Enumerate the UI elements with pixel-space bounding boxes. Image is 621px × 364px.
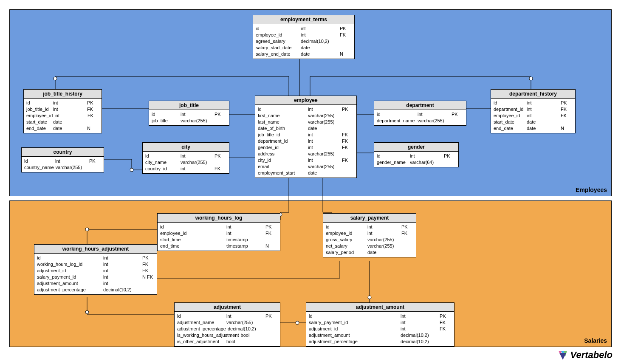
table-gender[interactable]: gender idintPKgender_namevarchar(64): [374, 142, 459, 167]
column-key: [341, 119, 354, 125]
column-name: agreed_salary: [256, 38, 299, 45]
column-type: int: [51, 106, 86, 113]
table-working-hours-log[interactable]: working_hours_log idintPKemployee_idintF…: [157, 213, 280, 251]
column-row: country_idintFK: [145, 166, 226, 172]
column-name: gender_id: [258, 144, 306, 151]
column-name: start_date: [26, 119, 51, 125]
column-name: department_name: [377, 118, 416, 124]
table-adjustment[interactable]: adjustment idintPKadjustment_namevarchar…: [174, 302, 280, 347]
column-type: int: [102, 268, 141, 274]
column-row: idintPK: [377, 153, 456, 159]
column-row: job_title_idintFK: [258, 132, 354, 138]
column-type: date: [51, 125, 86, 132]
column-type: int: [306, 138, 341, 144]
column-name: department_id: [494, 106, 525, 113]
column-name: employee_id: [326, 230, 366, 237]
column-type: varchar(255): [416, 118, 451, 124]
column-row: job_title_idintFK: [26, 106, 99, 113]
column-type: int: [102, 274, 141, 280]
column-name: job_title_id: [26, 106, 51, 113]
column-name: last_name: [258, 119, 306, 125]
column-type: int: [225, 224, 265, 230]
column-key: [401, 237, 413, 243]
column-name: id: [494, 100, 525, 106]
column-type: int: [225, 313, 265, 319]
column-row: adjustment_percentagedecimal(10,2): [309, 339, 452, 345]
column-name: gross_salary: [326, 237, 366, 243]
column-key: N: [86, 125, 99, 132]
column-row: adjustment_idintFK: [309, 326, 452, 332]
table-salary-payment[interactable]: salary_payment idintPKemployee_idintFKgr…: [323, 213, 416, 257]
column-key: [443, 159, 456, 166]
column-type: int: [299, 25, 339, 32]
column-name: gender_name: [377, 159, 408, 166]
column-name: email: [258, 164, 306, 170]
column-row: start_timetimestamp: [160, 237, 277, 243]
table-body: idintPKjob_title_idintFKemployee_idintFK…: [24, 99, 102, 133]
column-name: id: [309, 313, 399, 319]
column-name: employee_id: [26, 113, 53, 119]
table-working-hours-adjustment[interactable]: working_hours_adjustment idintPKworking_…: [34, 244, 157, 295]
column-row: city_namevarchar(255): [145, 159, 226, 166]
column-name: adjustment_percentage: [37, 287, 102, 293]
column-name: employee_id: [256, 32, 299, 38]
column-name: id: [37, 255, 102, 261]
table-title: job_title: [149, 101, 229, 110]
column-key: [268, 332, 277, 339]
column-key: [265, 339, 277, 345]
vertabelo-logo-icon: [557, 350, 568, 361]
column-row: gender_namevarchar(64): [377, 159, 456, 166]
region-salaries-label: Salaries: [584, 337, 607, 344]
column-key: FK: [341, 144, 354, 151]
table-adjustment-amount[interactable]: adjustment_amount idintPKsalary_payment_…: [306, 302, 454, 347]
table-country[interactable]: country idintPKcountry_namevarchar(255): [21, 147, 104, 172]
table-body: idintPKworking_hours_log_idintFKadjustme…: [34, 254, 157, 294]
column-key: [88, 164, 101, 171]
column-name: id: [26, 100, 51, 106]
column-name: date_of_birth: [258, 125, 306, 132]
column-key: FK: [339, 32, 352, 38]
column-type: date: [306, 125, 341, 132]
column-type: int: [299, 32, 339, 38]
column-name: id: [326, 224, 366, 230]
table-job-title[interactable]: job_title idintPKjob_titlevarchar(255): [149, 101, 229, 126]
table-city[interactable]: city idintPKcity_namevarchar(255)country…: [142, 142, 229, 174]
column-row: idintPK: [377, 111, 463, 118]
column-key: N: [560, 125, 573, 132]
table-title: adjustment: [175, 303, 280, 312]
column-key: FK: [86, 106, 99, 113]
column-name: adjustment_percentage: [309, 339, 399, 345]
column-key: [214, 118, 226, 124]
column-row: idintPK: [37, 255, 154, 261]
table-department[interactable]: department idintPKdepartment_namevarchar…: [374, 101, 466, 126]
column-row: working_hours_log_idintFK: [37, 261, 154, 268]
column-row: salary_start_datedate: [256, 45, 352, 51]
table-department-history[interactable]: department_history idintPKdepartment_idi…: [491, 89, 576, 133]
column-type: decimal(10,2): [226, 326, 265, 332]
column-type: date: [525, 125, 560, 132]
column-name: start_time: [160, 237, 225, 243]
column-type: bool: [239, 332, 268, 339]
column-row: end_timetimestampN: [160, 243, 277, 249]
column-key: PK: [341, 106, 354, 113]
column-type: int: [525, 106, 560, 113]
column-key: FK: [141, 261, 154, 268]
column-type: varchar(255): [306, 164, 341, 170]
region-employees-label: Employees: [576, 186, 607, 193]
column-name: city_name: [145, 159, 179, 166]
table-employee[interactable]: employee idintPKfirst_namevarchar(255)la…: [255, 96, 357, 178]
column-row: is_other_adjustmentbool: [177, 339, 277, 345]
column-row: first_namevarchar(255): [258, 113, 354, 119]
column-row: gross_salaryvarchar(255): [326, 237, 413, 243]
column-key: FK: [341, 132, 354, 138]
column-type: varchar(255): [306, 119, 341, 125]
column-name: country_name: [24, 164, 54, 171]
column-row: end_datedateN: [26, 125, 99, 132]
table-job-title-history[interactable]: job_title_history idintPKjob_title_idint…: [23, 89, 102, 133]
column-row: city_idintFK: [258, 157, 354, 164]
column-type: int: [51, 100, 86, 106]
table-employment-terms[interactable]: employment_terms idintPKemployee_idintFK…: [253, 15, 355, 59]
column-key: [401, 243, 413, 249]
column-name: id: [160, 224, 225, 230]
column-key: PK: [339, 25, 352, 32]
